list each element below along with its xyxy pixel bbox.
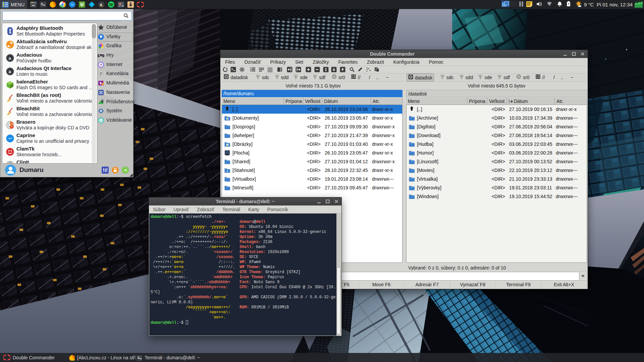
svg-text:a: a — [100, 2, 102, 6]
svg-text:$: $ — [41, 3, 43, 6]
svg-text:a: a — [9, 56, 11, 61]
svg-text:$: $ — [231, 68, 233, 71]
svg-text:$: $ — [138, 356, 140, 360]
svg-text:a: a — [9, 69, 11, 74]
